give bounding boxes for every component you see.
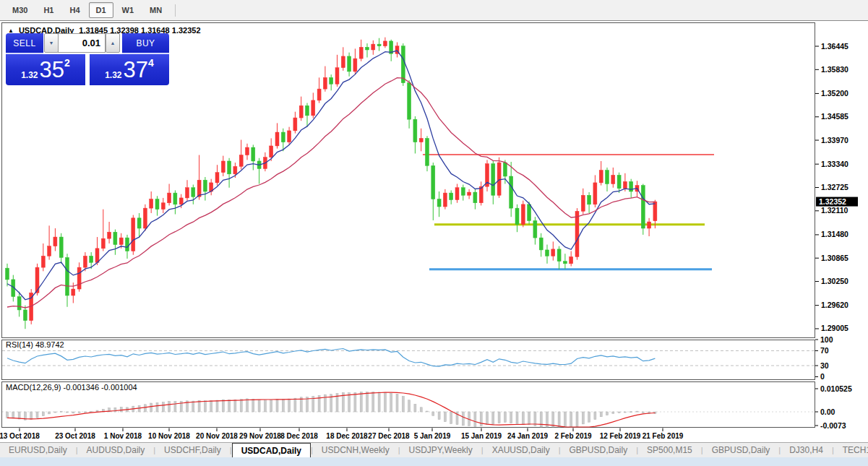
tab-gbpusd-daily[interactable]: GBPUSD,Daily <box>703 443 779 457</box>
tab-usdjpy-weekly[interactable]: USDJPY,Weekly <box>400 443 481 457</box>
tab-dj30-h4[interactable]: DJ30,H4 <box>781 443 832 457</box>
sell-price-big: 35 <box>40 59 64 81</box>
svg-text:1.35200: 1.35200 <box>821 89 848 98</box>
svg-text:10 Nov 2018: 10 Nov 2018 <box>148 432 190 440</box>
one-click-trading-panel: SELL ▼ 0.01 ▲ BUY 1.32 35 2 1.32 37 4 <box>6 33 169 85</box>
buy-button[interactable]: BUY <box>122 33 169 54</box>
timeframe-toolbar: M30H1H4D1W1MN <box>0 0 868 21</box>
svg-text:23 Oct 2018: 23 Oct 2018 <box>55 432 95 440</box>
svg-text:1.36445: 1.36445 <box>821 42 848 51</box>
svg-text:1.35830: 1.35830 <box>821 65 848 74</box>
arrow-up-icon: ▲ <box>111 40 116 46</box>
tab-xauusd-daily[interactable]: XAUUSD,Daily <box>484 443 559 457</box>
tab-audusd-daily[interactable]: AUDUSD,Daily <box>78 443 154 457</box>
tab-gbpusd-daily[interactable]: GBPUSD,Daily <box>561 443 637 457</box>
svg-text:1.30865: 1.30865 <box>821 254 848 262</box>
svg-text:5 Jan 2019: 5 Jan 2019 <box>414 432 451 440</box>
svg-text:70: 70 <box>820 346 829 355</box>
tab-usdcad-daily[interactable]: USDCAD,Daily <box>232 443 311 457</box>
symbol-tab-bar: EURUSD,Daily|AUDUSD,Daily|USDCHF,Daily|U… <box>0 442 868 457</box>
tab-sp500-m15[interactable]: SP500,M15 <box>638 443 701 457</box>
svg-text:30: 30 <box>820 361 829 370</box>
svg-text:24 Jan 2019: 24 Jan 2019 <box>507 432 549 440</box>
svg-text:0: 0 <box>820 372 825 381</box>
arrow-down-icon: ▼ <box>49 40 54 46</box>
svg-text:100: 100 <box>820 335 833 344</box>
timeframe-button-h1[interactable]: H1 <box>36 2 61 18</box>
buy-price-pip: 4 <box>148 57 154 69</box>
svg-text:15 Jan 2019: 15 Jan 2019 <box>461 432 502 440</box>
svg-text:0.00: 0.00 <box>820 407 835 416</box>
status-strip <box>0 457 868 466</box>
svg-text:-0.0073: -0.0073 <box>820 421 846 430</box>
sell-price-pip: 2 <box>64 57 70 69</box>
tab-tech1[interactable]: TECH1 <box>834 443 868 457</box>
buy-price-big: 37 <box>124 59 148 81</box>
date-axis: 13 Oct 201823 Oct 20181 Nov 201810 Nov 2… <box>0 428 684 441</box>
svg-text:1.32352: 1.32352 <box>819 197 846 206</box>
volume-increase-button[interactable]: ▲ <box>106 33 120 53</box>
svg-text:2 Feb 2019: 2 Feb 2019 <box>554 432 592 440</box>
svg-text:27 Dec 2018: 27 Dec 2018 <box>368 432 410 440</box>
sell-price-prefix: 1.32 <box>21 70 38 80</box>
buy-price-button[interactable]: 1.32 37 4 <box>90 54 169 85</box>
svg-text:12 Feb 2019: 12 Feb 2019 <box>600 432 641 440</box>
tab-usdchf-daily[interactable]: USDCHF,Daily <box>155 443 230 457</box>
macd-label: MACD(12,26,9) -0.001346 -0.001004 <box>6 383 137 392</box>
trading-terminal-window: { "toolbar": { "timeframes": [ {"label":… <box>0 0 868 466</box>
timeframe-button-d1[interactable]: D1 <box>89 2 113 18</box>
svg-text:13 Oct 2018: 13 Oct 2018 <box>0 432 40 440</box>
tab-eurusd-daily[interactable]: EURUSD,Daily <box>0 443 76 457</box>
svg-text:1.34585: 1.34585 <box>821 112 848 121</box>
volume-decrease-button[interactable]: ▼ <box>44 33 59 53</box>
rsi-panel <box>2 340 815 380</box>
svg-text:1.29005: 1.29005 <box>821 324 848 332</box>
timeframe-button-h4[interactable]: H4 <box>62 2 87 18</box>
svg-text:1.33340: 1.33340 <box>821 160 848 168</box>
sell-price-button[interactable]: 1.32 35 2 <box>6 54 85 85</box>
svg-text:1.31480: 1.31480 <box>821 230 848 238</box>
buy-price-prefix: 1.32 <box>105 70 121 80</box>
timeframe-button-m30[interactable]: M30 <box>5 2 35 18</box>
timeframe-button-mn[interactable]: MN <box>142 2 169 18</box>
svg-text:1.33970: 1.33970 <box>821 136 848 144</box>
svg-text:1.29620: 1.29620 <box>821 301 848 309</box>
price-axis: 1.364451.358301.352001.345851.339701.333… <box>815 42 858 333</box>
volume-input[interactable]: 0.01 <box>58 33 106 53</box>
svg-text:1 Nov 2018: 1 Nov 2018 <box>104 432 142 440</box>
svg-text:0.010525: 0.010525 <box>820 384 852 393</box>
svg-text:18 Dec 2018: 18 Dec 2018 <box>326 432 368 440</box>
tab-usdcnh-weekly[interactable]: USDCNH,Weekly <box>313 443 398 457</box>
svg-text:20 Nov 2018: 20 Nov 2018 <box>196 432 238 440</box>
rsi-label: RSI(14) 48.9742 <box>6 340 64 349</box>
toolbar-separator <box>175 4 176 17</box>
sell-button[interactable]: SELL <box>6 33 43 54</box>
svg-text:21 Feb 2019: 21 Feb 2019 <box>643 432 684 440</box>
timeframe-button-w1[interactable]: W1 <box>115 2 142 18</box>
svg-text:8 Dec 2018: 8 Dec 2018 <box>280 432 318 440</box>
svg-text:1.32725: 1.32725 <box>821 183 848 191</box>
indicator-axes: 100703000.0105250.00-0.0073 <box>815 335 852 430</box>
svg-text:1.32110: 1.32110 <box>821 206 848 215</box>
svg-text:29 Nov 2018: 29 Nov 2018 <box>239 432 281 440</box>
svg-text:1.30250: 1.30250 <box>821 277 848 285</box>
